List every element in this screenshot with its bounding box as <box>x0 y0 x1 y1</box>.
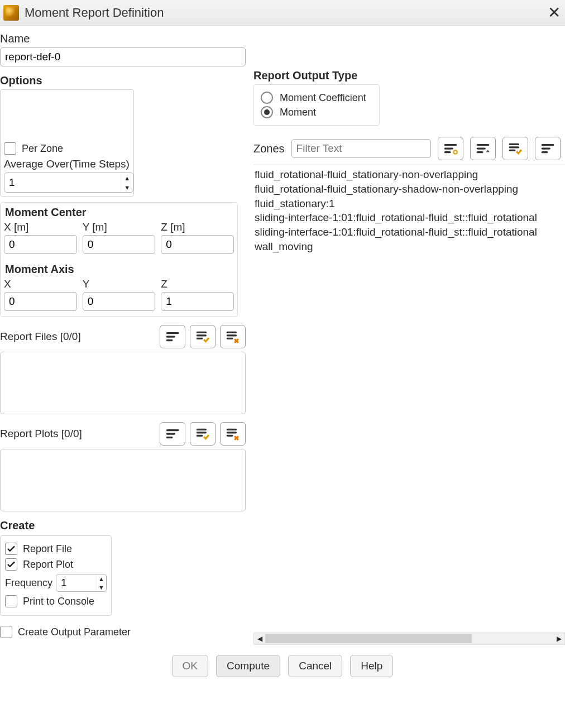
help-button[interactable]: Help <box>350 655 393 677</box>
report-files-deselect-all-icon[interactable] <box>220 325 246 348</box>
spinner-down-icon[interactable]: ▼ <box>121 183 133 192</box>
frequency-label: Frequency <box>5 577 52 589</box>
print-console-label: Print to Console <box>23 596 94 607</box>
scroll-left-icon[interactable]: ◀ <box>254 633 265 644</box>
output-type-heading: Report Output Type <box>253 69 565 82</box>
spinner-up-icon[interactable]: ▲ <box>121 173 133 183</box>
print-console-checkbox[interactable] <box>5 595 17 607</box>
frequency-input[interactable] <box>56 574 96 591</box>
compute-button[interactable]: Compute <box>216 655 280 677</box>
report-plots-list-icon[interactable] <box>160 422 185 446</box>
zones-filter-input[interactable] <box>291 139 431 158</box>
zone-item[interactable]: fluid_stationary:1 <box>253 197 565 211</box>
zones-horizontal-scrollbar[interactable]: ◀ ▶ <box>253 633 565 645</box>
radio-moment-coeff-label: Moment Coefficient <box>280 92 366 104</box>
zones-more-icon[interactable] <box>535 137 561 160</box>
report-plot-label: Report Plot <box>23 559 73 571</box>
spinner-down-icon[interactable]: ▼ <box>97 583 106 591</box>
report-plot-checkbox[interactable] <box>5 558 17 571</box>
moment-axis-heading: Moment Axis <box>4 260 234 278</box>
mc-x-label: X [m] <box>4 221 77 233</box>
ok-button[interactable]: OK <box>172 655 208 677</box>
report-files-list[interactable] <box>0 352 246 414</box>
zone-item[interactable]: sliding-interface-1:01:fluid_rotational-… <box>253 225 565 240</box>
create-output-param-label: Create Output Parameter <box>18 626 131 638</box>
window-title: Moment Report Definition <box>25 6 164 20</box>
zone-item[interactable]: sliding-interface-1:01:fluid_rotational-… <box>253 210 565 225</box>
create-heading: Create <box>0 519 252 532</box>
ma-y-input[interactable] <box>83 292 156 311</box>
mc-z-label: Z [m] <box>161 221 234 233</box>
report-plots-select-all-icon[interactable] <box>190 422 216 446</box>
ma-z-label: Z <box>161 278 234 290</box>
zones-label: Zones <box>253 142 285 155</box>
close-icon[interactable]: ✕ <box>545 3 563 22</box>
radio-moment-coeff[interactable]: Moment Coefficient <box>261 92 372 104</box>
zone-item[interactable]: wall_moving <box>253 240 565 254</box>
ma-x-label: X <box>4 278 77 290</box>
create-output-param-checkbox[interactable] <box>0 626 12 638</box>
report-file-checkbox[interactable] <box>5 543 17 555</box>
radio-moment-label: Moment <box>280 107 316 118</box>
spinner-up-icon[interactable]: ▲ <box>97 574 106 583</box>
zones-list[interactable]: fluid_rotational-fluid_stationary-non-ov… <box>253 165 565 254</box>
report-files-select-all-icon[interactable] <box>190 325 216 348</box>
zones-sort-icon[interactable] <box>470 137 496 160</box>
report-file-label: Report File <box>23 543 72 555</box>
per-zone-label: Per Zone <box>22 143 63 155</box>
cancel-button[interactable]: Cancel <box>288 655 342 677</box>
frequency-spinner[interactable]: ▲▼ <box>56 574 107 592</box>
scroll-thumb[interactable] <box>265 634 472 643</box>
report-plots-deselect-all-icon[interactable] <box>220 422 246 446</box>
report-plots-heading: Report Plots [0/0] <box>0 428 82 440</box>
mc-y-label: Y [m] <box>83 221 156 233</box>
report-plots-list[interactable] <box>0 449 246 511</box>
avg-over-spinner[interactable]: ▲▼ <box>4 173 133 193</box>
zone-item[interactable]: fluid_rotational-fluid_stationary-shadow… <box>253 182 565 197</box>
zones-select-all-icon[interactable] <box>502 137 528 160</box>
avg-over-label: Average Over(Time Steps) <box>4 158 130 170</box>
avg-over-input[interactable] <box>4 173 121 192</box>
per-zone-checkbox[interactable] <box>4 142 16 155</box>
mc-y-input[interactable] <box>83 235 156 254</box>
options-panel: Per Zone Average Over(Time Steps) ▲▼ <box>0 89 134 197</box>
zone-item[interactable]: fluid_rotational-fluid_stationary-non-ov… <box>253 167 565 182</box>
app-icon <box>3 5 19 21</box>
scroll-right-icon[interactable]: ▶ <box>553 633 564 644</box>
mc-z-input[interactable] <box>161 235 234 254</box>
moment-center-heading: Moment Center <box>4 203 234 221</box>
name-label: Name <box>0 32 252 45</box>
mc-x-input[interactable] <box>4 235 77 254</box>
report-files-list-icon[interactable] <box>160 325 185 348</box>
name-input[interactable] <box>0 47 246 66</box>
zones-filter-options-icon[interactable] <box>438 137 463 160</box>
ma-z-input[interactable] <box>161 292 234 311</box>
radio-moment[interactable]: Moment <box>261 106 372 118</box>
ma-x-input[interactable] <box>4 292 77 311</box>
ma-y-label: Y <box>83 278 156 290</box>
options-heading: Options <box>0 74 252 87</box>
report-files-heading: Report Files [0/0] <box>0 331 81 343</box>
svg-point-0 <box>453 150 457 154</box>
